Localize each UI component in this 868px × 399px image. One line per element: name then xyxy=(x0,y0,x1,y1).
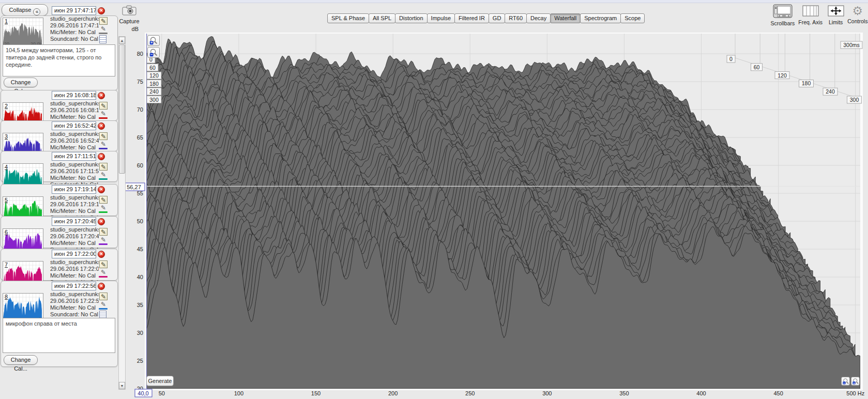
mic-cal-status: Mic/Meter: No Cal xyxy=(50,304,99,311)
edit-graph-icon[interactable]: ✎ xyxy=(99,196,108,204)
scrollbar-down-arrow-icon[interactable]: ▼ xyxy=(119,382,125,389)
edit-graph-icon[interactable]: ✎ xyxy=(99,132,108,140)
soundcard-cal-status: Soundcard: No Cal xyxy=(50,36,99,42)
measurement-filename: studio_superchunks.mda xyxy=(50,16,99,22)
generate-label: Generate xyxy=(148,378,172,384)
generate-button[interactable]: Generate xyxy=(146,376,174,386)
measurement-date-field[interactable]: июн 29 17:20:45 xyxy=(52,217,96,226)
measurement-date-field[interactable]: июн 29 17:19:14 xyxy=(52,185,96,194)
trace-pencil-icon[interactable]: ✎ xyxy=(99,236,108,244)
tab-spectrogram[interactable]: Spectrogram xyxy=(580,13,621,23)
svg-text:56,27: 56,27 xyxy=(127,184,141,190)
measurement-date-field[interactable]: июн 29 16:52:42 xyxy=(52,121,96,130)
mic-cal-status: Mic/Meter: No Cal xyxy=(50,114,99,120)
mic-cal-status: Mic/Meter: No Cal xyxy=(50,175,99,181)
x-tick-label: 200 xyxy=(388,390,398,396)
measurement-number: 5 xyxy=(5,197,8,203)
measurement-date: 29.06.2016 17:11:51 xyxy=(50,168,99,175)
delete-measurement-icon[interactable]: ✕ xyxy=(98,122,105,130)
measurement-thumbnail[interactable]: 12020,0k xyxy=(3,18,43,47)
scrollbar-up-arrow-icon[interactable]: ▲ xyxy=(119,37,125,44)
zoom-in-button[interactable]: + xyxy=(147,35,160,46)
measurement-date-field[interactable]: июн 29 16:08:18 xyxy=(52,91,96,100)
x-tick-label: 300 xyxy=(542,390,552,396)
x-tick-label: 250 xyxy=(465,390,475,396)
trace-color-bar xyxy=(99,148,108,149)
sidebar-scrollbar[interactable]: ▲ ▼ xyxy=(118,36,126,390)
measurement-date: 29.06.2016 16:08:18 xyxy=(50,107,99,114)
delete-measurement-icon[interactable]: ✕ xyxy=(98,218,105,225)
delete-measurement-icon[interactable]: ✕ xyxy=(98,7,105,14)
delete-measurement-icon[interactable]: ✕ xyxy=(98,283,105,290)
edit-graph-icon[interactable]: ✎ xyxy=(99,293,108,300)
zoom-in-x-button[interactable]: + xyxy=(851,377,860,386)
measurement-date: 29.06.2016 17:22:56 xyxy=(50,298,99,304)
edit-graph-icon[interactable]: ✎ xyxy=(99,228,108,236)
x-tick-label: 450 xyxy=(773,390,783,396)
measurement-date-field[interactable]: июн 29 17:22:00 xyxy=(52,250,96,258)
delete-measurement-icon[interactable]: ✕ xyxy=(98,92,105,99)
tab-all-spl[interactable]: All SPL xyxy=(369,13,395,23)
y-tick-label: 25 xyxy=(137,358,143,364)
tab-scope[interactable]: Scope xyxy=(620,13,645,23)
delete-measurement-icon[interactable]: ✕ xyxy=(98,186,105,193)
tab-spl-phase[interactable]: SPL & Phase xyxy=(327,13,369,23)
trace-color-bar xyxy=(99,33,108,34)
edit-graph-icon[interactable]: ✎ xyxy=(99,260,108,268)
mic-cal-status: Mic/Meter: No Cal xyxy=(50,208,99,214)
y-tick-label: 45 xyxy=(137,246,143,252)
measurement-date: 29.06.2016 17:20:45 xyxy=(50,233,99,240)
y-axis-unit-label: dB xyxy=(132,26,139,32)
svg-text:60: 60 xyxy=(149,65,156,71)
trace-pencil-icon[interactable]: ✎ xyxy=(99,269,108,277)
tab-impulse[interactable]: Impulse xyxy=(427,13,455,23)
measurement-date-field[interactable]: июн 29 17:22:56 xyxy=(52,282,96,290)
measurement-notes[interactable]: 104,5 между мониторами, 125 - от твитера… xyxy=(3,44,115,76)
svg-text:240: 240 xyxy=(826,88,835,95)
tab-filtered-ir[interactable]: Filtered IR xyxy=(454,13,489,23)
trace-pencil-icon[interactable]: ✎ xyxy=(99,141,108,148)
tab-decay[interactable]: Decay xyxy=(526,13,551,23)
waterfall-plot[interactable]: dB80757065605550454035302520501001502002… xyxy=(0,0,868,399)
zoom-out-x-button[interactable]: − xyxy=(841,377,850,386)
change-cal-button[interactable]: Change Cal... xyxy=(4,78,38,87)
x-tick-label: 100 xyxy=(234,390,243,396)
trace-pencil-icon[interactable]: ✎ xyxy=(99,110,108,118)
trace-pencil-icon[interactable]: ✎ xyxy=(99,204,108,212)
notes-icon[interactable] xyxy=(99,35,106,43)
measurement-date-field[interactable]: июн 29 17:11:51 xyxy=(52,152,96,161)
edit-graph-icon[interactable]: ✎ xyxy=(99,102,108,110)
zoom-out-button[interactable]: − xyxy=(147,47,160,58)
tab-rt60[interactable]: RT60 xyxy=(505,13,527,23)
trace-pencil-icon[interactable]: ✎ xyxy=(99,25,108,33)
tab-gd[interactable]: GD xyxy=(489,13,506,23)
trace-pencil-icon[interactable]: ✎ xyxy=(99,171,108,179)
measurement-filename: studio_superchunks.mda xyxy=(50,100,99,107)
magnifier-minus-icon: − xyxy=(842,378,849,385)
trace-color-bar xyxy=(99,211,108,213)
scrollbar-thumb[interactable] xyxy=(119,44,125,174)
svg-text:0: 0 xyxy=(729,56,733,62)
trace-pencil-icon[interactable]: ✎ xyxy=(99,301,108,309)
trace-color-bar xyxy=(99,308,108,310)
svg-text:240: 240 xyxy=(149,88,159,95)
delete-measurement-icon[interactable]: ✕ xyxy=(98,153,105,160)
measurement-date-field[interactable]: июн 29 17:47:17 xyxy=(52,6,96,15)
x-tick-label: 50 xyxy=(159,390,165,396)
tab-waterfall[interactable]: Waterfall xyxy=(550,13,581,23)
rew-window: Collapse« 12020,0kstudio_superchunks.mda… xyxy=(0,0,868,399)
edit-graph-icon[interactable]: ✎ xyxy=(99,17,108,25)
change-cal-button[interactable]: Change Cal... xyxy=(4,355,38,365)
svg-text:40,0: 40,0 xyxy=(138,390,148,396)
x-tick-label: 150 xyxy=(311,390,321,396)
y-tick-label: 75 xyxy=(137,79,143,85)
svg-text:300: 300 xyxy=(850,97,859,103)
y-tick-label: 70 xyxy=(137,106,143,113)
y-tick-label: 50 xyxy=(137,218,143,224)
delete-measurement-icon[interactable]: ✕ xyxy=(98,251,105,258)
x-tick-label: 350 xyxy=(619,390,629,396)
measurement-notes[interactable]: микрофон справа от места xyxy=(3,318,115,353)
edit-graph-icon[interactable]: ✎ xyxy=(99,163,108,171)
svg-text:60: 60 xyxy=(754,64,760,70)
tab-distortion[interactable]: Distortion xyxy=(395,13,427,23)
